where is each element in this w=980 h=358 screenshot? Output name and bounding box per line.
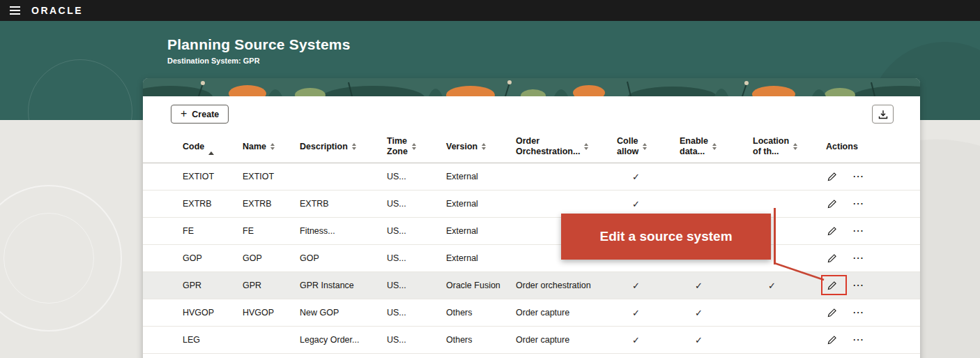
table-row[interactable]: HVGOP HVGOP New GOP US... Others Order c… — [143, 299, 920, 327]
cell-collections-allowed: ✓ — [617, 281, 680, 291]
cell-time-zone: US... — [387, 199, 446, 209]
pencil-icon — [827, 172, 836, 181]
table-row-selected[interactable]: GPR GPR GPR Instance US... Oracle Fusion… — [143, 272, 920, 299]
sort-icon — [712, 143, 717, 150]
cell-description: New GOP — [300, 308, 387, 318]
sort-asc-icon — [208, 142, 214, 151]
edit-button[interactable] — [826, 253, 838, 264]
cell-description: Fitness... — [300, 226, 387, 236]
cell-actions: ⋯ — [826, 251, 898, 265]
cell-order-orchestration: Order orchestration — [516, 281, 617, 290]
cell-actions: ⋯ — [826, 333, 898, 347]
edit-button-gpr[interactable] — [826, 280, 838, 292]
sort-icon — [270, 143, 275, 150]
download-button[interactable] — [872, 105, 894, 124]
cell-code: GOP — [183, 253, 243, 263]
cell-enable-data: ✓ — [680, 308, 753, 318]
sort-icon — [352, 143, 356, 150]
column-header-time-zone[interactable]: TimeZone — [387, 136, 446, 157]
table-row[interactable]: GOP GOP GOP US... External ⋯ — [143, 245, 920, 272]
create-button[interactable]: + Create — [171, 105, 229, 124]
table-row[interactable]: EXTRB EXTRB EXTRB US... External ✓ ⋯ — [143, 191, 920, 218]
cell-version: External — [446, 253, 516, 263]
row-menu-button[interactable]: ⋯ — [851, 197, 865, 211]
edit-button[interactable] — [826, 198, 838, 210]
column-header-actions: Actions — [826, 142, 898, 152]
row-menu-button[interactable]: ⋯ — [851, 333, 865, 347]
edit-button[interactable] — [826, 171, 838, 183]
source-systems-table: Code Name Description TimeZone Version — [143, 130, 920, 354]
ellipsis-icon: ⋯ — [852, 334, 864, 345]
cell-description: GOP — [300, 253, 387, 263]
content-card: + Create Code Name — [143, 78, 920, 358]
column-header-collections-allowed[interactable]: Colleallow — [617, 136, 680, 157]
cell-time-zone: US... — [387, 172, 446, 181]
cell-version: Others — [446, 335, 516, 345]
menu-icon[interactable] — [8, 3, 22, 17]
column-header-enable-data[interactable]: Enabledata... — [680, 136, 753, 157]
cell-code: EXTRB — [183, 199, 243, 209]
cell-time-zone: US... — [387, 281, 446, 290]
cell-time-zone: US... — [387, 335, 446, 345]
sort-icon — [412, 143, 416, 150]
cell-description: EXTRB — [300, 199, 387, 209]
cell-actions: ⋯ — [826, 197, 898, 211]
row-menu-button[interactable]: ⋯ — [851, 170, 865, 184]
cell-time-zone: US... — [387, 308, 446, 318]
sort-icon — [793, 143, 797, 150]
cell-name: HVGOP — [243, 308, 300, 318]
row-menu-button[interactable]: ⋯ — [851, 251, 865, 265]
cell-collections-allowed: ✓ — [617, 172, 680, 182]
ellipsis-icon: ⋯ — [852, 307, 864, 318]
pencil-icon — [827, 281, 836, 290]
cell-enable-data: ✓ — [680, 335, 753, 345]
cell-version: Oracle Fusion — [446, 281, 516, 290]
cell-time-zone: US... — [387, 226, 446, 236]
table-row[interactable]: LEG Legacy Order... US... Others Order c… — [143, 327, 920, 354]
cell-order-orchestration: Order capture — [516, 308, 617, 318]
column-header-version[interactable]: Version — [446, 142, 516, 152]
cell-code: FE — [183, 226, 243, 236]
row-menu-button[interactable]: ⋯ — [851, 278, 865, 292]
row-menu-button[interactable]: ⋯ — [851, 306, 865, 320]
edit-button[interactable] — [826, 334, 838, 346]
cell-collections-allowed: ✓ — [617, 308, 680, 318]
page-title: Planning Source Systems — [167, 36, 980, 53]
cell-enable-data: ✓ — [680, 281, 753, 291]
edit-button[interactable] — [826, 307, 838, 319]
column-header-description[interactable]: Description — [300, 142, 387, 152]
pencil-icon — [827, 336, 836, 345]
row-menu-button[interactable]: ⋯ — [851, 224, 865, 238]
cell-version: External — [446, 226, 516, 236]
sort-icon — [584, 143, 588, 150]
sort-icon — [482, 143, 486, 150]
cell-name: GOP — [243, 253, 300, 263]
ellipsis-icon: ⋯ — [852, 253, 864, 264]
column-header-location[interactable]: Locationof th... — [753, 136, 826, 157]
column-header-code[interactable]: Code — [183, 142, 243, 152]
table-row[interactable]: EXTIOT EXTIOT US... External ✓ ⋯ — [143, 163, 920, 191]
pencil-icon — [827, 227, 836, 236]
cell-actions: ⋯ — [826, 278, 898, 292]
cell-code: EXTIOT — [183, 172, 243, 181]
cell-time-zone: US... — [387, 253, 446, 263]
cell-description: Legacy Order... — [300, 335, 387, 345]
column-header-name[interactable]: Name — [243, 142, 300, 152]
ellipsis-icon: ⋯ — [852, 171, 864, 182]
cell-actions: ⋯ — [826, 306, 898, 320]
table-row[interactable]: FE FE Fitness... US... External ⋯ — [143, 218, 920, 245]
cell-code: GPR — [183, 281, 243, 290]
pencil-icon — [827, 254, 836, 263]
create-button-label: Create — [192, 110, 219, 119]
cell-name: GPR — [243, 281, 300, 290]
edit-button[interactable] — [826, 225, 838, 237]
oracle-logo[interactable]: ORACLE — [31, 5, 83, 16]
cell-name: FE — [243, 226, 300, 236]
download-icon — [878, 110, 888, 119]
cell-collections-allowed: ✓ — [617, 335, 680, 345]
column-header-order-orchestration[interactable]: OrderOrchestration... — [516, 136, 617, 157]
ellipsis-icon: ⋯ — [852, 280, 864, 291]
decorative-banner — [143, 78, 920, 96]
pencil-icon — [827, 308, 836, 318]
page-subtitle: Destination System: GPR — [167, 57, 980, 65]
